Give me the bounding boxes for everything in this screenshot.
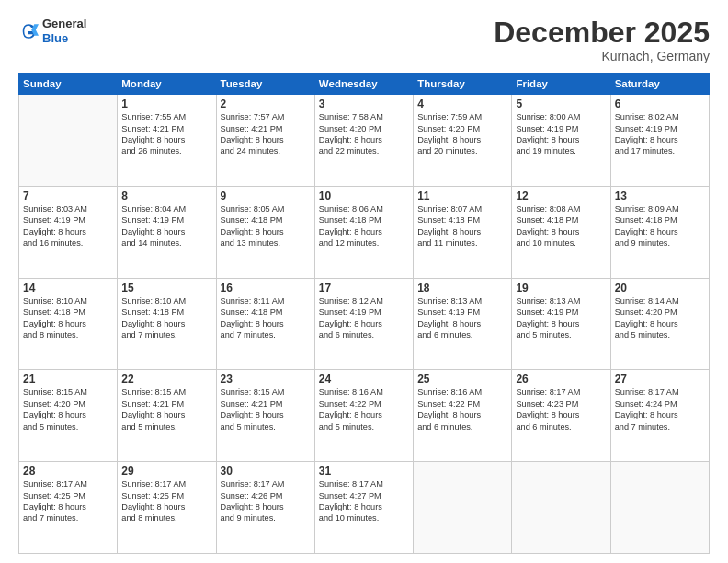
calendar-cell: 7Sunrise: 8:03 AMSunset: 4:19 PMDaylight… — [19, 186, 118, 278]
day-info: Sunrise: 8:14 AMSunset: 4:20 PMDaylight:… — [615, 295, 705, 341]
calendar-cell: 2Sunrise: 7:57 AMSunset: 4:21 PMDaylight… — [216, 95, 314, 187]
calendar-cell: 22Sunrise: 8:15 AMSunset: 4:21 PMDayligh… — [118, 370, 216, 462]
day-info: Sunrise: 8:17 AMSunset: 4:26 PMDaylight:… — [221, 478, 311, 524]
calendar-cell: 24Sunrise: 8:16 AMSunset: 4:22 PMDayligh… — [314, 370, 413, 462]
day-number: 7 — [23, 190, 113, 202]
day-number: 20 — [615, 282, 705, 294]
month-title: December 2025 — [494, 17, 710, 49]
day-number: 17 — [319, 282, 409, 294]
day-number: 29 — [121, 465, 211, 477]
day-info: Sunrise: 8:15 AMSunset: 4:21 PMDaylight:… — [121, 386, 211, 432]
header-monday: Monday — [118, 74, 216, 95]
day-info: Sunrise: 8:08 AMSunset: 4:18 PMDaylight:… — [516, 203, 606, 249]
day-info: Sunrise: 7:57 AMSunset: 4:21 PMDaylight:… — [221, 111, 311, 157]
day-info: Sunrise: 8:16 AMSunset: 4:22 PMDaylight:… — [319, 386, 409, 432]
calendar-cell — [19, 95, 118, 187]
logo-icon — [18, 21, 39, 41]
calendar-cell: 9Sunrise: 8:05 AMSunset: 4:18 PMDaylight… — [216, 186, 314, 278]
calendar-cell: 1Sunrise: 7:55 AMSunset: 4:21 PMDaylight… — [118, 95, 216, 187]
day-number: 22 — [121, 373, 211, 385]
location: Kurnach, Germany — [494, 49, 710, 63]
calendar-cell: 30Sunrise: 8:17 AMSunset: 4:26 PMDayligh… — [216, 462, 314, 554]
logo: General Blue — [18, 17, 86, 45]
day-number: 13 — [615, 190, 705, 202]
logo-blue: Blue — [42, 31, 86, 46]
calendar-cell: 21Sunrise: 8:15 AMSunset: 4:20 PMDayligh… — [19, 370, 118, 462]
title-block: December 2025 Kurnach, Germany — [494, 17, 710, 63]
day-number: 23 — [221, 373, 311, 385]
calendar-cell: 10Sunrise: 8:06 AMSunset: 4:18 PMDayligh… — [314, 186, 413, 278]
day-info: Sunrise: 8:13 AMSunset: 4:19 PMDaylight:… — [417, 295, 507, 341]
day-number: 19 — [516, 282, 606, 294]
day-number: 12 — [516, 190, 606, 202]
day-number: 10 — [319, 190, 409, 202]
day-number: 1 — [121, 98, 211, 110]
calendar-cell: 3Sunrise: 7:58 AMSunset: 4:20 PMDaylight… — [314, 95, 413, 187]
calendar-cell — [414, 462, 512, 554]
day-number: 31 — [319, 465, 409, 477]
calendar-cell: 20Sunrise: 8:14 AMSunset: 4:20 PMDayligh… — [610, 278, 709, 370]
calendar-cell: 5Sunrise: 8:00 AMSunset: 4:19 PMDaylight… — [512, 95, 610, 187]
day-info: Sunrise: 8:15 AMSunset: 4:21 PMDaylight:… — [221, 386, 311, 432]
day-number: 15 — [121, 282, 211, 294]
day-number: 27 — [615, 373, 705, 385]
calendar-cell: 6Sunrise: 8:02 AMSunset: 4:19 PMDaylight… — [610, 95, 709, 187]
day-info: Sunrise: 8:04 AMSunset: 4:19 PMDaylight:… — [121, 203, 211, 249]
day-info: Sunrise: 8:12 AMSunset: 4:19 PMDaylight:… — [319, 295, 409, 341]
week-row-1: 1Sunrise: 7:55 AMSunset: 4:21 PMDaylight… — [19, 95, 710, 187]
day-info: Sunrise: 8:17 AMSunset: 4:27 PMDaylight:… — [319, 478, 409, 524]
day-info: Sunrise: 8:09 AMSunset: 4:18 PMDaylight:… — [615, 203, 705, 249]
calendar-cell: 27Sunrise: 8:17 AMSunset: 4:24 PMDayligh… — [610, 370, 709, 462]
day-number: 26 — [516, 373, 606, 385]
day-info: Sunrise: 8:07 AMSunset: 4:18 PMDaylight:… — [417, 203, 507, 249]
calendar-cell: 11Sunrise: 8:07 AMSunset: 4:18 PMDayligh… — [414, 186, 512, 278]
calendar-cell: 14Sunrise: 8:10 AMSunset: 4:18 PMDayligh… — [19, 278, 118, 370]
day-info: Sunrise: 8:17 AMSunset: 4:25 PMDaylight:… — [121, 478, 211, 524]
day-number: 24 — [319, 373, 409, 385]
header-sunday: Sunday — [19, 74, 118, 95]
day-info: Sunrise: 8:06 AMSunset: 4:18 PMDaylight:… — [319, 203, 409, 249]
day-info: Sunrise: 8:15 AMSunset: 4:20 PMDaylight:… — [23, 386, 113, 432]
calendar-cell: 15Sunrise: 8:10 AMSunset: 4:18 PMDayligh… — [118, 278, 216, 370]
calendar-cell: 29Sunrise: 8:17 AMSunset: 4:25 PMDayligh… — [118, 462, 216, 554]
calendar-cell: 19Sunrise: 8:13 AMSunset: 4:19 PMDayligh… — [512, 278, 610, 370]
day-info: Sunrise: 8:02 AMSunset: 4:19 PMDaylight:… — [615, 111, 705, 157]
day-number: 30 — [221, 465, 311, 477]
day-info: Sunrise: 8:13 AMSunset: 4:19 PMDaylight:… — [516, 295, 606, 341]
day-info: Sunrise: 8:11 AMSunset: 4:18 PMDaylight:… — [221, 295, 311, 341]
calendar-cell: 26Sunrise: 8:17 AMSunset: 4:23 PMDayligh… — [512, 370, 610, 462]
day-info: Sunrise: 8:17 AMSunset: 4:23 PMDaylight:… — [516, 386, 606, 432]
day-info: Sunrise: 7:55 AMSunset: 4:21 PMDaylight:… — [121, 111, 211, 157]
day-number: 25 — [417, 373, 507, 385]
day-info: Sunrise: 8:10 AMSunset: 4:18 PMDaylight:… — [121, 295, 211, 341]
day-number: 6 — [615, 98, 705, 110]
day-info: Sunrise: 8:17 AMSunset: 4:24 PMDaylight:… — [615, 386, 705, 432]
week-row-2: 7Sunrise: 8:03 AMSunset: 4:19 PMDaylight… — [19, 186, 710, 278]
day-number: 21 — [23, 373, 113, 385]
day-info: Sunrise: 8:00 AMSunset: 4:19 PMDaylight:… — [516, 111, 606, 157]
calendar-cell: 17Sunrise: 8:12 AMSunset: 4:19 PMDayligh… — [314, 278, 413, 370]
logo-general: General — [42, 17, 86, 31]
day-number: 18 — [417, 282, 507, 294]
calendar-cell: 16Sunrise: 8:11 AMSunset: 4:18 PMDayligh… — [216, 278, 314, 370]
day-info: Sunrise: 7:59 AMSunset: 4:20 PMDaylight:… — [417, 111, 507, 157]
header-tuesday: Tuesday — [216, 74, 314, 95]
calendar-cell: 28Sunrise: 8:17 AMSunset: 4:25 PMDayligh… — [19, 462, 118, 554]
day-info: Sunrise: 8:03 AMSunset: 4:19 PMDaylight:… — [23, 203, 113, 249]
header-friday: Friday — [512, 74, 610, 95]
day-number: 8 — [121, 190, 211, 202]
calendar-cell: 4Sunrise: 7:59 AMSunset: 4:20 PMDaylight… — [414, 95, 512, 187]
calendar-cell: 18Sunrise: 8:13 AMSunset: 4:19 PMDayligh… — [414, 278, 512, 370]
header-wednesday: Wednesday — [314, 74, 413, 95]
calendar-cell: 31Sunrise: 8:17 AMSunset: 4:27 PMDayligh… — [314, 462, 413, 554]
day-number: 9 — [221, 190, 311, 202]
day-number: 16 — [221, 282, 311, 294]
calendar-cell: 13Sunrise: 8:09 AMSunset: 4:18 PMDayligh… — [610, 186, 709, 278]
calendar-table: Sunday Monday Tuesday Wednesday Thursday… — [18, 73, 710, 554]
day-number: 2 — [221, 98, 311, 110]
weekday-header-row: Sunday Monday Tuesday Wednesday Thursday… — [19, 74, 710, 95]
header-thursday: Thursday — [414, 74, 512, 95]
header: General Blue December 2025 Kurnach, Germ… — [18, 17, 710, 63]
day-info: Sunrise: 8:10 AMSunset: 4:18 PMDaylight:… — [23, 295, 113, 341]
day-number: 11 — [417, 190, 507, 202]
